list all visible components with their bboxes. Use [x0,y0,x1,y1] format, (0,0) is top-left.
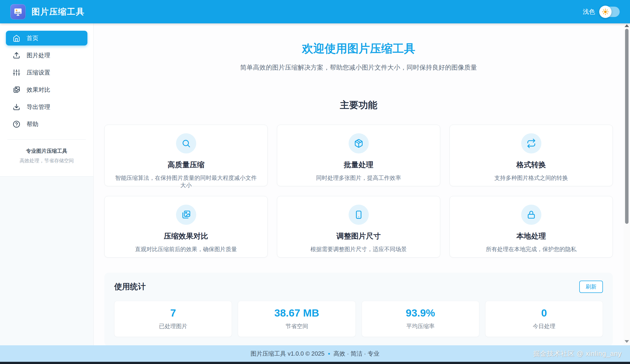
smartphone-icon [354,210,364,219]
sidebar-item-sliders[interactable]: 压缩设置 [6,65,88,80]
footer-bar: 图片压缩工具 v1.0.0 © 2025 • 高效 · 简洁 · 专业 掘金技术… [0,345,630,362]
help-icon [13,120,20,128]
feature-description: 根据需要调整图片尺寸，适应不同场景 [286,246,430,253]
stats-heading: 使用统计 [114,281,146,292]
stat-label: 已处理图片 [117,323,229,330]
download-icon [13,103,20,111]
vertical-scrollbar[interactable] [624,23,630,345]
feature-icon-circle [521,133,541,153]
app-logo-icon [10,4,26,19]
main-content: 欢迎使用图片压缩工具 简单高效的图片压缩解决方案，帮助您减小图片文件大小，同时保… [94,23,624,345]
theme-toggle[interactable] [600,7,620,17]
sidebar: 首页图片处理压缩设置效果对比导出管理帮助 专业图片压缩工具 高效处理，节省存储空… [0,23,94,345]
footer-version-text: 图片压缩工具 v1.0.0 © 2025 [250,350,324,358]
sidebar-tagline: 专业图片压缩工具 高效处理，节省存储空间 [6,148,88,166]
bottom-strip [0,362,630,364]
features-grid: 高质量压缩智能压缩算法，在保持图片质量的同时最大程度减小文件大小批量处理同时处理… [104,125,613,258]
watermark-text: 掘金技术社区 @ xinling_any [533,349,622,358]
feature-icon-circle [348,133,369,153]
feature-card: 高质量压缩智能压缩算法，在保持图片质量的同时最大程度减小文件大小 [104,125,268,186]
feature-description: 所有处理在本地完成，保护您的隐私 [459,246,603,253]
upload-icon [13,52,20,59]
feature-card: 批量处理同时处理多张图片，提高工作效率 [277,125,440,186]
stat-card: 7已处理图片 [114,301,232,337]
stat-label: 今日处理 [488,323,600,330]
sidebar-item-label: 帮助 [26,120,38,128]
sidebar-item-label: 效果对比 [26,86,50,94]
sidebar-item-images[interactable]: 效果对比 [6,82,88,97]
images-icon [13,86,20,93]
feature-description: 智能压缩算法，在保持图片质量的同时最大程度减小文件大小 [114,174,258,189]
sliders-icon [13,69,20,76]
body-row: 首页图片处理压缩设置效果对比导出管理帮助 专业图片压缩工具 高效处理，节省存储空… [0,23,630,345]
sidebar-item-label: 导出管理 [26,103,50,111]
feature-card: 压缩效果对比直观对比压缩前后的效果，确保图片质量 [104,196,268,258]
feature-icon-circle [176,205,196,225]
repeat-icon [526,139,536,148]
tagline-subtitle: 高效处理，节省存储空间 [6,157,88,164]
feature-description: 支持多种图片格式之间的转换 [459,174,603,182]
sidebar-item-upload[interactable]: 图片处理 [6,48,88,63]
tagline-title: 专业图片压缩工具 [6,148,88,154]
feature-description: 直观对比压缩前后的效果，确保图片质量 [114,246,258,253]
page-title: 欢迎使用图片压缩工具 [104,41,613,56]
sidebar-panel: 首页图片处理压缩设置效果对比导出管理帮助 专业图片压缩工具 高效处理，节省存储空… [0,23,93,177]
stats-header: 使用统计 刷新 [114,281,603,293]
images-icon [182,210,191,219]
image-app-icon [12,6,24,18]
footer-separator: • [328,350,330,357]
theme-toggle-knob[interactable] [599,6,612,18]
feature-title: 高质量压缩 [114,160,258,170]
feature-description: 同时处理多张图片，提高工作效率 [286,174,430,182]
stat-value: 7 [117,308,229,319]
feature-card: 格式转换支持多种图片格式之间的转换 [450,125,613,186]
theme-switcher: 浅色 [583,7,620,17]
feature-icon-circle [348,205,369,225]
feature-title: 本地处理 [459,231,603,241]
refresh-button[interactable]: 刷新 [579,281,603,293]
brand: 图片压缩工具 [10,4,85,19]
stat-label: 节省空间 [240,323,353,330]
feature-title: 压缩效果对比 [114,231,258,241]
home-icon [13,34,20,42]
scrollbar-thumb[interactable] [625,29,628,224]
theme-label: 浅色 [583,8,595,16]
stat-label: 平均压缩率 [364,323,476,330]
feature-icon-circle [176,133,196,153]
stat-value: 93.9% [364,308,476,319]
stat-card: 38.67 MB节省空间 [238,301,356,337]
sidebar-item-help[interactable]: 帮助 [6,117,88,132]
sidebar-item-label: 图片处理 [26,51,50,59]
header-bar: 图片压缩工具 浅色 [0,0,630,23]
feature-card: 本地处理所有处理在本地完成，保护您的隐私 [450,196,613,258]
sidebar-divider [8,139,86,140]
feature-card: 调整图片尺寸根据需要调整图片尺寸，适应不同场景 [277,196,440,258]
sidebar-item-home[interactable]: 首页 [6,31,88,45]
search-icon [182,139,191,148]
scrollbar-up-arrow-icon[interactable] [624,24,629,27]
app-title: 图片压缩工具 [32,6,85,17]
footer-text: 图片压缩工具 v1.0.0 © 2025 • 高效 · 简洁 · 专业 [250,350,380,358]
feature-title: 调整图片尺寸 [286,231,430,241]
sidebar-item-label: 首页 [26,34,38,42]
app-window: 图片压缩工具 浅色 [0,0,630,364]
scrollbar-down-arrow-icon[interactable] [624,340,629,343]
sidebar-item-download[interactable]: 导出管理 [6,100,88,114]
sun-icon [602,8,609,15]
feature-title: 格式转换 [459,160,603,170]
stats-section: 使用统计 刷新 7已处理图片38.67 MB节省空间93.9%平均压缩率0今日处… [104,273,613,345]
footer-slogan-text: 高效 · 简洁 · 专业 [334,350,380,358]
lock-icon [526,210,536,219]
features-heading: 主要功能 [104,99,613,111]
feature-title: 批量处理 [286,160,430,170]
stats-grid: 7已处理图片38.67 MB节省空间93.9%平均压缩率0今日处理 [114,301,603,337]
stat-value: 0 [488,308,600,319]
stat-card: 93.9%平均压缩率 [362,301,479,337]
stat-card: 0今日处理 [485,301,603,337]
package-icon [354,139,364,148]
sidebar-item-label: 压缩设置 [26,69,50,76]
sidebar-nav: 首页图片处理压缩设置效果对比导出管理帮助 [6,31,88,132]
page-subtitle: 简单高效的图片压缩解决方案，帮助您减小图片文件大小，同时保持良好的图像质量 [104,63,613,72]
feature-icon-circle [521,205,541,225]
stat-value: 38.67 MB [240,308,353,319]
